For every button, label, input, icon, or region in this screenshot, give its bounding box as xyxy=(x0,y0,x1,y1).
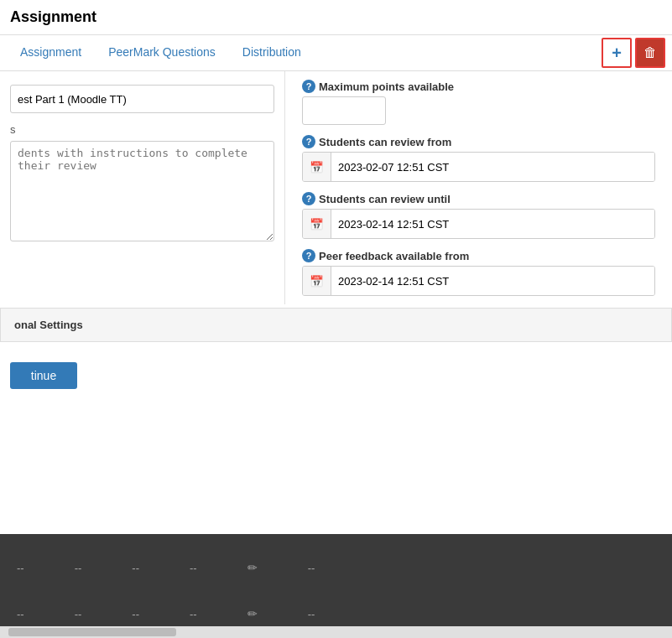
review-from-help-icon[interactable]: ? xyxy=(302,135,315,148)
instructions-label: s xyxy=(10,123,274,136)
title-field-group xyxy=(10,85,274,113)
peer-feedback-help-icon[interactable]: ? xyxy=(302,249,315,262)
trash-icon: 🗑 xyxy=(643,45,657,60)
continue-button[interactable]: tinue xyxy=(10,362,77,389)
pencil-icon-2[interactable]: ✏ xyxy=(247,607,258,620)
footer-cell-1: -- xyxy=(17,562,24,574)
tab-actions: + 🗑 xyxy=(602,38,665,68)
review-from-calendar-button[interactable]: 📅 xyxy=(303,153,331,181)
review-from-input-row: 📅 xyxy=(302,152,655,182)
continue-section: tinue xyxy=(0,345,672,399)
peer-feedback-label: ? Peer feedback available from xyxy=(302,249,655,262)
tab-distribution[interactable]: Distribution xyxy=(229,35,315,70)
review-until-calendar-button[interactable]: 📅 xyxy=(303,210,331,238)
review-until-label: ? Students can review until xyxy=(302,192,655,205)
dark-footer-2: -- -- -- -- ✏ -- xyxy=(0,601,672,626)
dark-footer: -- -- -- -- ✏ -- xyxy=(0,534,672,601)
horizontal-scrollbar[interactable] xyxy=(0,626,672,638)
left-column: s xyxy=(0,71,285,304)
footer-cell-9: -- xyxy=(190,608,197,620)
peer-feedback-input[interactable] xyxy=(331,267,654,295)
optional-settings-section: onal Settings xyxy=(0,304,672,345)
main-content: s ? Maximum points available ? Students … xyxy=(0,71,672,304)
instructions-field-group: s xyxy=(10,123,274,241)
review-until-input[interactable] xyxy=(331,210,654,238)
max-points-help-icon[interactable]: ? xyxy=(302,80,315,93)
tabs-row: Assignment PeerMark Questions Distributi… xyxy=(0,35,672,71)
add-button[interactable]: + xyxy=(602,38,632,68)
footer-cell-7: -- xyxy=(75,608,82,620)
review-until-group: ? Students can review until 📅 xyxy=(302,192,655,239)
peer-feedback-input-row: 📅 xyxy=(302,266,655,296)
page-wrapper: Assignment Assignment PeerMark Questions… xyxy=(0,0,672,638)
max-points-input[interactable] xyxy=(302,96,386,125)
title-input[interactable] xyxy=(10,85,274,113)
tab-assignment[interactable]: Assignment xyxy=(7,35,95,70)
peer-feedback-group: ? Peer feedback available from 📅 xyxy=(302,249,655,296)
calendar-icon: 📅 xyxy=(310,161,324,174)
delete-button[interactable]: 🗑 xyxy=(635,38,665,68)
review-until-input-row: 📅 xyxy=(302,209,655,239)
footer-cell-6: -- xyxy=(17,608,24,620)
calendar-icon-2: 📅 xyxy=(310,218,324,231)
optional-settings-bar[interactable]: onal Settings xyxy=(0,308,672,342)
footer-cell-4: -- xyxy=(190,562,197,574)
review-from-label: ? Students can review from xyxy=(302,135,655,148)
footer-row-2: -- -- -- -- ✏ -- xyxy=(17,607,655,620)
footer-cell-8: -- xyxy=(132,608,139,620)
calendar-icon-3: 📅 xyxy=(310,275,324,288)
pencil-icon-1[interactable]: ✏ xyxy=(247,561,258,574)
tab-peermark[interactable]: PeerMark Questions xyxy=(95,35,229,70)
right-column: ? Maximum points available ? Students ca… xyxy=(285,71,672,304)
review-from-group: ? Students can review from 📅 xyxy=(302,135,655,182)
footer-row-1: -- -- -- -- ✏ -- xyxy=(17,561,655,574)
footer-cell-3: -- xyxy=(132,562,139,574)
spacer xyxy=(0,399,672,534)
max-points-group: ? Maximum points available xyxy=(302,80,655,125)
footer-cell-5: -- xyxy=(308,562,315,574)
footer-cell-10: -- xyxy=(308,608,315,620)
review-until-help-icon[interactable]: ? xyxy=(302,192,315,205)
max-points-label: ? Maximum points available xyxy=(302,80,655,93)
footer-cell-2: -- xyxy=(75,562,82,574)
page-title: Assignment xyxy=(0,0,672,35)
review-from-input[interactable] xyxy=(331,153,654,181)
scrollbar-thumb[interactable] xyxy=(8,628,176,636)
peer-feedback-calendar-button[interactable]: 📅 xyxy=(303,267,331,295)
instructions-textarea[interactable] xyxy=(10,141,274,241)
